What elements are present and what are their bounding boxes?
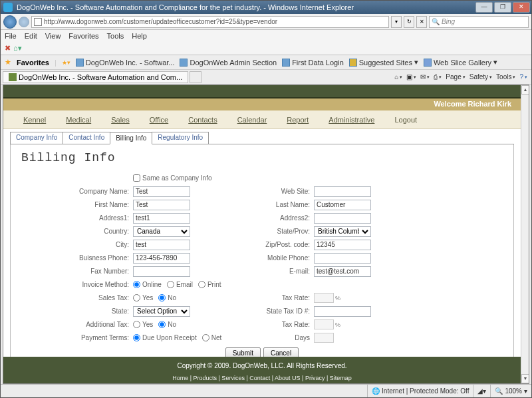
- status-sep1[interactable]: ◢▾: [473, 385, 490, 397]
- invoice-print-radio[interactable]: Print: [198, 281, 221, 288]
- company-input[interactable]: [133, 186, 190, 197]
- safety-menu[interactable]: Safety▾: [469, 73, 492, 81]
- tools-menu[interactable]: Tools▾: [496, 73, 515, 81]
- stateid-input[interactable]: [314, 306, 371, 317]
- page-menu[interactable]: Page▾: [446, 73, 465, 81]
- label-country: Country:: [76, 228, 133, 235]
- refresh-button[interactable]: ↻: [404, 16, 414, 28]
- favbar-item-4[interactable]: Web Slice Gallery ▾: [424, 58, 497, 67]
- close-button[interactable]: ✕: [513, 2, 530, 13]
- menu-favorites[interactable]: Favorites: [68, 32, 98, 40]
- favbar-item-3[interactable]: Suggested Sites ▾: [349, 58, 418, 67]
- favorites-star-icon[interactable]: ★: [5, 58, 11, 67]
- favbar-item-2[interactable]: First Data Login: [282, 59, 344, 67]
- nav-kennel[interactable]: Kennel: [23, 116, 46, 124]
- favbar-item-0[interactable]: DogOnWeb Inc. - Softwar...: [76, 59, 175, 67]
- toolbar-x-icon[interactable]: ✖: [5, 44, 11, 53]
- submit-button[interactable]: Submit: [225, 347, 261, 357]
- menu-tools[interactable]: Tools: [107, 32, 124, 40]
- last-input[interactable]: [314, 200, 371, 210]
- payterms-due-radio[interactable]: Due Upon Receipt: [133, 334, 197, 341]
- nav-contacts[interactable]: Contacts: [188, 116, 217, 124]
- tab-regulatory-info[interactable]: Regulatory Info: [152, 132, 209, 144]
- forward-button[interactable]: [19, 17, 29, 27]
- salestax-no-radio[interactable]: No: [158, 294, 176, 301]
- fax-input[interactable]: [133, 266, 190, 277]
- home-icon[interactable]: ⌂▾: [394, 73, 402, 81]
- page-icon: [34, 18, 42, 26]
- nav-logout[interactable]: Logout: [394, 116, 417, 124]
- tab-billing-info[interactable]: Billing Info: [110, 132, 152, 144]
- ie-window: DogOnWeb Inc. - Software Automation and …: [0, 0, 532, 398]
- nav-sales[interactable]: Sales: [111, 116, 130, 124]
- status-zone: 🌐Internet | Protected Mode: Off: [367, 385, 473, 397]
- website-input[interactable]: [314, 186, 371, 197]
- first-input[interactable]: [133, 200, 190, 210]
- city-input[interactable]: [133, 240, 190, 250]
- menu-view[interactable]: View: [45, 32, 61, 40]
- nav-calendar[interactable]: Calendar: [237, 116, 267, 124]
- invoice-online-radio[interactable]: Online: [133, 281, 162, 288]
- favbar-item-1[interactable]: DogOnWeb Admin Section: [180, 59, 277, 67]
- label-payterms: Payment Terms:: [76, 334, 133, 341]
- back-button[interactable]: [3, 15, 17, 29]
- print-icon[interactable]: ⎙▾: [434, 73, 442, 81]
- addtax-yes-radio[interactable]: Yes: [133, 321, 153, 328]
- new-tab-button[interactable]: [190, 71, 201, 83]
- scroll-down-icon[interactable]: ▼: [521, 374, 529, 383]
- tab-contact-info[interactable]: Contact Info: [63, 132, 110, 144]
- mail-icon[interactable]: ✉▾: [420, 73, 430, 81]
- status-zoom[interactable]: 🔍100% ▾: [490, 385, 531, 397]
- taxrate-input[interactable]: [314, 293, 334, 303]
- help-icon[interactable]: ?▾: [519, 73, 527, 81]
- stop-button[interactable]: ✕: [416, 16, 427, 28]
- same-as-company-checkbox[interactable]: Same as Company Info: [133, 174, 212, 182]
- nav-administrative[interactable]: Administrative: [329, 116, 374, 124]
- menu-file[interactable]: File: [5, 32, 17, 40]
- tab-company-info[interactable]: Company Info: [10, 132, 63, 144]
- invoice-email-radio[interactable]: Email: [167, 281, 193, 288]
- addtax-no-radio[interactable]: No: [158, 321, 176, 328]
- nav-report[interactable]: Report: [287, 116, 309, 124]
- nav-medical[interactable]: Medical: [66, 116, 91, 124]
- addr2-input[interactable]: [314, 213, 371, 224]
- footer-links[interactable]: Home | Products | Services | Contact | A…: [3, 375, 521, 381]
- subtabs: Company Info Contact Info Billing Info R…: [10, 132, 514, 144]
- feeds-icon[interactable]: ▣▾: [406, 73, 416, 81]
- address-bar[interactable]: http://www.dogonweb.com/customer/updateo…: [31, 16, 389, 28]
- payterms-net-radio[interactable]: Net: [202, 334, 222, 341]
- country-select[interactable]: Canada: [133, 226, 190, 237]
- bphone-input[interactable]: [133, 253, 190, 264]
- minimize-button[interactable]: —: [475, 2, 493, 13]
- stateprov-select[interactable]: British Columbia: [314, 226, 371, 237]
- scroll-up-icon[interactable]: ▲: [521, 85, 529, 95]
- addr1-input[interactable]: [133, 213, 190, 224]
- addr-dropdown[interactable]: ▾: [391, 16, 402, 28]
- menu-edit[interactable]: Edit: [25, 32, 37, 40]
- search-box[interactable]: 🔍 Bing: [429, 16, 529, 28]
- maximize-button[interactable]: ❐: [494, 2, 511, 13]
- billing-form: Same as Company Info Company Name: Web S…: [76, 172, 448, 357]
- ie-icon: [3, 3, 13, 12]
- state-select[interactable]: Select Option: [133, 306, 190, 317]
- favorites-label[interactable]: Favorites: [17, 59, 49, 67]
- toolbar-home-icon[interactable]: ⌂▾: [13, 44, 22, 53]
- salestax-yes-radio[interactable]: Yes: [133, 294, 153, 301]
- label-addtax: Additional Tax:: [76, 321, 133, 328]
- label-website: Web Site:: [262, 188, 314, 195]
- cancel-button[interactable]: Cancel: [263, 347, 299, 357]
- label-addr1: Address1:: [76, 214, 133, 222]
- label-zip: Zip/Post. code:: [262, 241, 314, 248]
- scrollbar[interactable]: ▲ ▼: [521, 85, 529, 383]
- zip-input[interactable]: [314, 240, 371, 250]
- days-input[interactable]: [314, 333, 334, 343]
- browser-tab[interactable]: DogOnWeb Inc. - Software Automation and …: [3, 71, 188, 83]
- taxrate2-input[interactable]: [314, 319, 334, 329]
- mphone-input[interactable]: [314, 253, 371, 264]
- email-input[interactable]: [314, 266, 371, 277]
- favbar-star2-icon[interactable]: ★▾: [62, 59, 70, 66]
- nav-office[interactable]: Office: [150, 116, 169, 124]
- label-taxrate2: Tax Rate:: [262, 321, 314, 328]
- menu-help[interactable]: Help: [132, 32, 147, 40]
- label-bphone: Buisness Phone:: [76, 254, 133, 262]
